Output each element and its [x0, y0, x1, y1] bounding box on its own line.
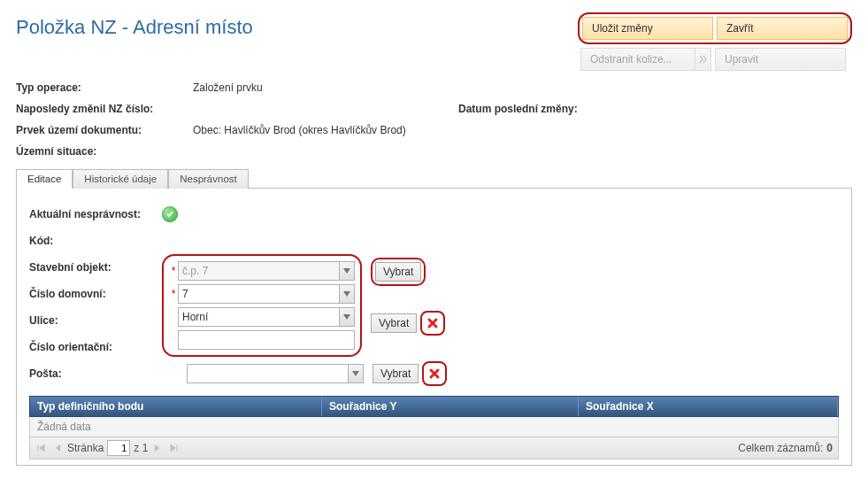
- select-building-object-button[interactable]: Vybrat: [375, 262, 421, 282]
- operation-type-label: Typ operace:: [16, 81, 193, 94]
- checkmark-icon: [162, 206, 178, 222]
- delete-post-icon[interactable]: [426, 365, 443, 382]
- total-label: Celkem záznamů:: [738, 442, 823, 454]
- last-changed-by-label: Naposledy změnil NZ číslo:: [16, 103, 193, 115]
- edit-panel: Aktuální nesprávnost: Kód: Stavební obje…: [16, 189, 852, 466]
- delete-collision-button: Odstranit kolize...: [580, 48, 695, 71]
- code-label: Kód:: [29, 235, 162, 247]
- tab-bar: Editace Historické údaje Nesprávnost: [16, 168, 852, 189]
- building-object-label: Stavební objekt:: [29, 261, 162, 274]
- operation-type-value: Založení prvku: [193, 81, 458, 94]
- building-object-input[interactable]: [178, 261, 339, 281]
- required-icon: *: [169, 265, 178, 277]
- post-label: Pošta:: [29, 367, 162, 380]
- chevron-right-icon: [695, 48, 711, 71]
- last-change-date-value: [582, 103, 852, 115]
- grid-footer: Stránka z 1 Celkem záznamů: 0: [29, 437, 839, 460]
- grid-col-type: Typ definičního bodu: [30, 397, 322, 416]
- spacer: [169, 334, 178, 346]
- page-prev-icon[interactable]: [51, 442, 64, 454]
- select-post-button[interactable]: Vybrat: [373, 364, 419, 383]
- last-change-date-label: Datum poslední změny:: [458, 103, 582, 115]
- total-value: 0: [826, 442, 833, 454]
- tab-edit[interactable]: Editace: [16, 169, 73, 189]
- post-input[interactable]: [187, 364, 348, 383]
- page-title: Položka NZ - Adresní místo: [16, 12, 253, 39]
- grid-empty-text: Žádná data: [29, 417, 839, 437]
- spacer: [162, 367, 171, 380]
- orientation-number-input[interactable]: [178, 330, 355, 350]
- tab-history[interactable]: Historické údaje: [73, 169, 168, 189]
- house-number-label: Číslo domovní:: [29, 288, 162, 300]
- dropdown-trigger-icon[interactable]: [348, 364, 364, 383]
- info-grid: Typ operace: Založení prvku Naposledy zm…: [16, 81, 852, 158]
- close-button[interactable]: Zavřít: [717, 17, 848, 40]
- required-icon: *: [169, 288, 178, 300]
- last-changed-by-value: [193, 103, 458, 115]
- page-next-icon[interactable]: [151, 442, 164, 454]
- page-last-icon[interactable]: [167, 442, 180, 454]
- select-street-button[interactable]: Vybrat: [371, 313, 417, 333]
- grid-col-y: Souřadnice Y: [322, 397, 579, 416]
- dropdown-trigger-icon[interactable]: [339, 284, 355, 304]
- dropdown-trigger-icon[interactable]: [339, 261, 355, 281]
- grid-col-x: Souřadnice X: [579, 397, 838, 416]
- street-label: Ulice:: [29, 314, 162, 327]
- dropdown-trigger-icon[interactable]: [339, 307, 355, 327]
- grid-header: Typ definičního bodu Souřadnice Y Souřad…: [29, 396, 839, 417]
- current-incorrect-label: Aktuální nesprávnost:: [29, 208, 162, 220]
- page-number-input[interactable]: [107, 440, 130, 456]
- delete-street-icon[interactable]: [424, 314, 442, 332]
- page-of-label: z 1: [134, 442, 148, 454]
- element-value: Obec: Havlíčkův Brod (okres Havlíčkův Br…: [193, 124, 852, 136]
- tab-incorrect[interactable]: Nesprávnost: [168, 169, 249, 189]
- situation-label: Územní situace:: [16, 145, 852, 158]
- action-button-bar: Uložit změny Zavřít Odstranit kolize... …: [578, 12, 852, 71]
- page-first-icon[interactable]: [35, 442, 48, 454]
- street-input[interactable]: [178, 307, 339, 327]
- edit-button: Upravit: [715, 48, 846, 71]
- house-number-input[interactable]: [178, 284, 339, 304]
- page-label: Stránka: [67, 442, 104, 454]
- element-label: Prvek území dokumentu:: [16, 124, 193, 136]
- orientation-number-label: Číslo orientační:: [29, 341, 162, 353]
- spacer: [169, 311, 178, 323]
- save-button[interactable]: Uložit změny: [582, 17, 713, 40]
